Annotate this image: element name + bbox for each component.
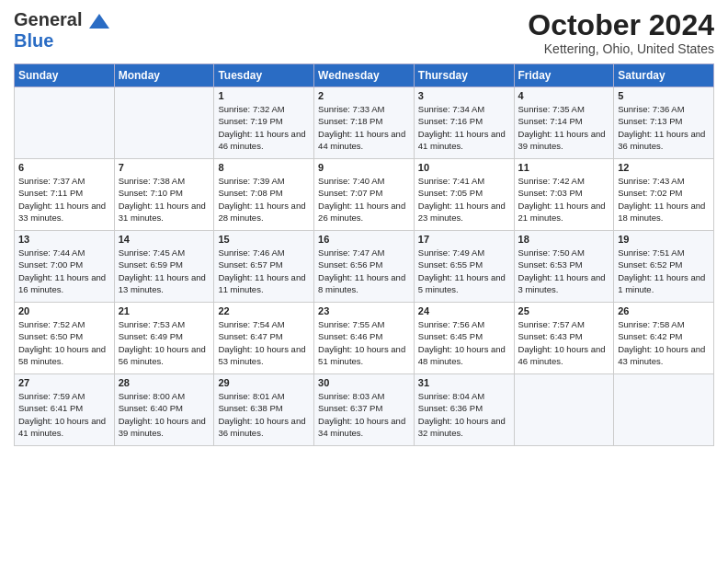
day-number: 7 [119,162,210,173]
day-number: 5 [618,90,710,101]
day-number: 3 [418,90,510,101]
day-info: Sunrise: 7:46 AM Sunset: 6:57 PM Dayligh… [218,247,310,295]
calendar-cell: 25Sunrise: 7:57 AM Sunset: 6:43 PM Dayli… [514,303,614,374]
day-number: 17 [418,234,510,245]
day-number: 19 [618,234,710,245]
day-number: 8 [218,162,310,173]
day-info: Sunrise: 7:41 AM Sunset: 7:05 PM Dayligh… [418,175,510,224]
day-info: Sunrise: 7:57 AM Sunset: 6:43 PM Dayligh… [518,318,610,367]
day-of-week-header: Wednesday [314,64,415,87]
calendar-header-row: SundayMondayTuesdayWednesdayThursdayFrid… [15,64,714,87]
calendar-cell: 9Sunrise: 7:40 AM Sunset: 7:07 PM Daylig… [314,159,415,231]
day-of-week-header: Saturday [614,64,714,87]
day-info: Sunrise: 7:44 AM Sunset: 7:00 PM Dayligh… [18,247,110,295]
title-block: October 2024 Kettering, Ohio, United Sta… [528,9,714,56]
logo-text: General [14,9,109,30]
calendar-week-row: 13Sunrise: 7:44 AM Sunset: 7:00 PM Dayli… [15,231,714,303]
day-number: 4 [518,90,610,101]
calendar-cell: 27Sunrise: 7:59 AM Sunset: 6:41 PM Dayli… [15,374,115,446]
calendar-cell: 23Sunrise: 7:55 AM Sunset: 6:46 PM Dayli… [314,303,415,374]
calendar-cell: 19Sunrise: 7:51 AM Sunset: 6:52 PM Dayli… [614,231,714,303]
day-info: Sunrise: 7:52 AM Sunset: 6:50 PM Dayligh… [18,318,110,367]
day-info: Sunrise: 7:35 AM Sunset: 7:14 PM Dayligh… [518,103,610,152]
day-number: 15 [218,234,310,245]
logo-icon [89,14,109,29]
day-number: 1 [218,90,310,101]
day-info: Sunrise: 7:32 AM Sunset: 7:19 PM Dayligh… [218,103,310,152]
day-info: Sunrise: 7:59 AM Sunset: 6:41 PM Dayligh… [18,390,110,439]
day-info: Sunrise: 7:43 AM Sunset: 7:02 PM Dayligh… [618,175,710,224]
day-info: Sunrise: 8:01 AM Sunset: 6:38 PM Dayligh… [218,390,310,439]
day-info: Sunrise: 7:51 AM Sunset: 6:52 PM Dayligh… [618,247,710,295]
calendar-week-row: 20Sunrise: 7:52 AM Sunset: 6:50 PM Dayli… [15,303,714,374]
day-of-week-header: Friday [514,64,614,87]
calendar-cell: 21Sunrise: 7:53 AM Sunset: 6:49 PM Dayli… [114,303,214,374]
day-info: Sunrise: 7:37 AM Sunset: 7:11 PM Dayligh… [18,175,110,224]
calendar-cell: 22Sunrise: 7:54 AM Sunset: 6:47 PM Dayli… [214,303,314,374]
day-info: Sunrise: 7:40 AM Sunset: 7:07 PM Dayligh… [318,175,410,224]
day-info: Sunrise: 7:49 AM Sunset: 6:55 PM Dayligh… [418,247,510,295]
calendar-cell: 20Sunrise: 7:52 AM Sunset: 6:50 PM Dayli… [15,303,115,374]
day-number: 18 [518,234,610,245]
day-info: Sunrise: 7:50 AM Sunset: 6:53 PM Dayligh… [518,247,610,295]
day-info: Sunrise: 7:53 AM Sunset: 6:49 PM Dayligh… [119,318,210,367]
day-info: Sunrise: 7:55 AM Sunset: 6:46 PM Dayligh… [318,318,410,367]
calendar-cell: 8Sunrise: 7:39 AM Sunset: 7:08 PM Daylig… [214,159,314,231]
calendar-week-row: 27Sunrise: 7:59 AM Sunset: 6:41 PM Dayli… [15,374,714,446]
day-info: Sunrise: 7:56 AM Sunset: 6:45 PM Dayligh… [418,318,510,367]
day-number: 23 [318,305,410,316]
day-info: Sunrise: 8:00 AM Sunset: 6:40 PM Dayligh… [119,390,210,439]
header: General Blue October 2024 Kettering, Ohi… [14,9,714,56]
day-number: 16 [318,234,410,245]
day-info: Sunrise: 7:47 AM Sunset: 6:56 PM Dayligh… [318,247,410,295]
day-number: 11 [518,162,610,173]
day-number: 10 [418,162,510,173]
day-info: Sunrise: 7:58 AM Sunset: 6:42 PM Dayligh… [618,318,710,367]
day-number: 29 [218,377,310,388]
calendar-cell: 24Sunrise: 7:56 AM Sunset: 6:45 PM Dayli… [414,303,514,374]
calendar-week-row: 6Sunrise: 7:37 AM Sunset: 7:11 PM Daylig… [15,159,714,231]
calendar-cell: 4Sunrise: 7:35 AM Sunset: 7:14 PM Daylig… [514,87,614,159]
calendar-cell: 17Sunrise: 7:49 AM Sunset: 6:55 PM Dayli… [414,231,514,303]
location: Kettering, Ohio, United States [528,41,714,56]
day-number: 13 [18,234,110,245]
day-of-week-header: Thursday [414,64,514,87]
day-of-week-header: Monday [114,64,214,87]
day-number: 9 [318,162,410,173]
calendar-cell: 15Sunrise: 7:46 AM Sunset: 6:57 PM Dayli… [214,231,314,303]
calendar-cell: 12Sunrise: 7:43 AM Sunset: 7:02 PM Dayli… [614,159,714,231]
calendar-cell: 31Sunrise: 8:04 AM Sunset: 6:36 PM Dayli… [414,374,514,446]
calendar-cell: 11Sunrise: 7:42 AM Sunset: 7:03 PM Dayli… [514,159,614,231]
calendar-cell: 13Sunrise: 7:44 AM Sunset: 7:00 PM Dayli… [15,231,115,303]
calendar-cell [514,374,614,446]
day-number: 2 [318,90,410,101]
day-number: 30 [318,377,410,388]
svg-marker-0 [89,14,109,29]
day-info: Sunrise: 7:33 AM Sunset: 7:18 PM Dayligh… [318,103,410,152]
page-container: General Blue October 2024 Kettering, Ohi… [0,0,728,451]
day-of-week-header: Sunday [15,64,115,87]
day-number: 28 [119,377,210,388]
calendar-table: SundayMondayTuesdayWednesdayThursdayFrid… [14,63,714,446]
day-number: 24 [418,305,510,316]
calendar-cell: 26Sunrise: 7:58 AM Sunset: 6:42 PM Dayli… [614,303,714,374]
calendar-cell: 3Sunrise: 7:34 AM Sunset: 7:16 PM Daylig… [414,87,514,159]
day-number: 27 [18,377,110,388]
day-number: 26 [618,305,710,316]
calendar-cell: 14Sunrise: 7:45 AM Sunset: 6:59 PM Dayli… [114,231,214,303]
day-info: Sunrise: 7:34 AM Sunset: 7:16 PM Dayligh… [418,103,510,152]
logo: General Blue [14,9,109,52]
calendar-cell: 16Sunrise: 7:47 AM Sunset: 6:56 PM Dayli… [314,231,415,303]
calendar-week-row: 1Sunrise: 7:32 AM Sunset: 7:19 PM Daylig… [15,87,714,159]
calendar-cell: 1Sunrise: 7:32 AM Sunset: 7:19 PM Daylig… [214,87,314,159]
calendar-cell: 6Sunrise: 7:37 AM Sunset: 7:11 PM Daylig… [15,159,115,231]
calendar-cell: 2Sunrise: 7:33 AM Sunset: 7:18 PM Daylig… [314,87,415,159]
day-number: 21 [119,305,210,316]
month-title: October 2024 [528,9,714,41]
calendar-cell: 7Sunrise: 7:38 AM Sunset: 7:10 PM Daylig… [114,159,214,231]
calendar-cell [15,87,115,159]
day-number: 14 [119,234,210,245]
day-info: Sunrise: 7:39 AM Sunset: 7:08 PM Dayligh… [218,175,310,224]
day-info: Sunrise: 8:04 AM Sunset: 6:36 PM Dayligh… [418,390,510,439]
day-number: 31 [418,377,510,388]
